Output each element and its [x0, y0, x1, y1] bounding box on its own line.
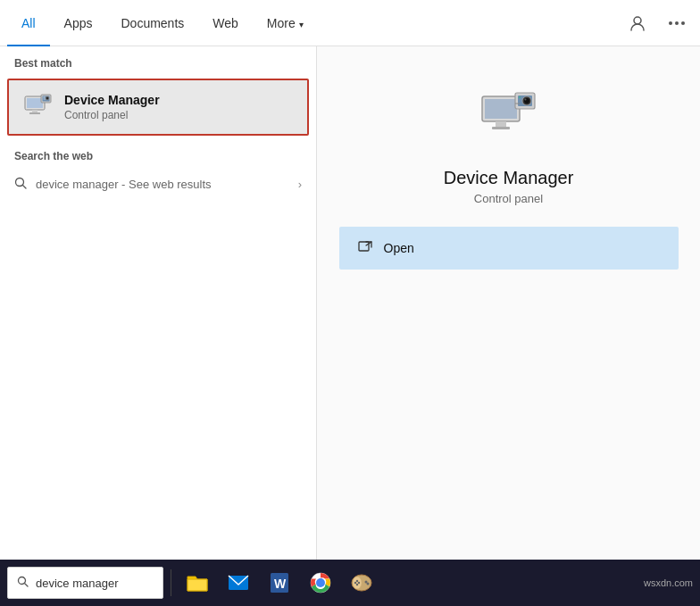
- detail-subtitle: Control panel: [474, 192, 543, 205]
- svg-point-40: [356, 584, 358, 585]
- search-web-label: Search the web: [0, 139, 316, 168]
- search-popup: All Apps Documents Web More: [0, 0, 700, 606]
- chevron-down-icon: [299, 16, 304, 30]
- taskbar-word-icon[interactable]: W: [261, 564, 298, 602]
- svg-line-30: [25, 584, 28, 586]
- svg-point-36: [317, 579, 324, 586]
- best-match-subtitle: Control panel: [64, 109, 160, 121]
- tab-documents[interactable]: Documents: [106, 0, 198, 46]
- taskbar-chrome-icon[interactable]: [302, 564, 339, 602]
- more-options-icon[interactable]: [661, 7, 693, 39]
- open-button[interactable]: Open: [339, 227, 679, 270]
- open-icon: [357, 238, 373, 258]
- left-panel: Best match: [0, 46, 317, 606]
- taskbar-watermark: wsxdn.com: [644, 577, 693, 588]
- taskbar-divider: [171, 569, 171, 596]
- svg-point-13: [46, 97, 48, 99]
- main-area: Best match: [0, 46, 700, 606]
- taskbar-search-icon: [17, 576, 29, 590]
- taskbar-search-text: device manager: [36, 577, 119, 590]
- right-panel: Device Manager Control panel Open: [317, 46, 700, 606]
- svg-rect-7: [29, 112, 40, 114]
- best-match-name: Device Manager: [64, 93, 160, 107]
- watermark-text: wsxdn.com: [644, 577, 693, 588]
- svg-rect-5: [27, 98, 43, 108]
- tabs-bar: All Apps Documents Web More: [0, 0, 700, 46]
- svg-point-44: [367, 583, 370, 585]
- svg-rect-18: [496, 121, 506, 127]
- taskbar-search-bar[interactable]: device manager: [7, 567, 163, 599]
- device-manager-icon: [21, 91, 54, 123]
- web-result-text: device manager - See web results: [36, 178, 289, 191]
- svg-line-15: [23, 186, 27, 189]
- open-label: Open: [384, 241, 414, 255]
- taskbar: device manager W: [0, 560, 700, 606]
- svg-rect-27: [359, 242, 369, 251]
- svg-point-38: [353, 577, 362, 589]
- tab-more[interactable]: More: [253, 0, 318, 46]
- search-web-icon: [14, 177, 27, 192]
- svg-point-29: [19, 577, 26, 585]
- taskbar-folder-icon[interactable]: [179, 564, 216, 602]
- user-icon[interactable]: [621, 7, 654, 39]
- taskbar-game-icon[interactable]: [343, 564, 380, 602]
- svg-rect-17: [485, 99, 517, 119]
- best-match-item[interactable]: Device Manager Control panel: [7, 79, 309, 136]
- tab-apps[interactable]: Apps: [50, 0, 107, 46]
- web-result-item[interactable]: device manager - See web results ›: [0, 168, 316, 201]
- svg-point-2: [675, 21, 679, 25]
- svg-point-41: [354, 582, 356, 584]
- detail-title: Device Manager: [444, 168, 574, 188]
- tab-web[interactable]: Web: [198, 0, 253, 46]
- best-match-text: Device Manager Control panel: [64, 93, 160, 121]
- svg-rect-10: [44, 97, 46, 98]
- svg-point-24: [524, 99, 526, 101]
- svg-text:W: W: [274, 577, 287, 591]
- svg-rect-6: [32, 110, 38, 112]
- svg-point-0: [634, 17, 641, 24]
- taskbar-mail-icon[interactable]: [220, 564, 257, 602]
- svg-point-1: [669, 21, 672, 25]
- svg-point-25: [518, 96, 520, 98]
- detail-device-manager-icon: [473, 82, 545, 154]
- svg-point-42: [358, 582, 360, 584]
- best-match-label: Best match: [0, 46, 316, 75]
- tab-all[interactable]: All: [7, 0, 50, 46]
- svg-point-3: [681, 21, 685, 25]
- svg-rect-19: [492, 127, 510, 129]
- web-result-arrow-icon: ›: [298, 178, 302, 191]
- svg-point-39: [356, 580, 358, 582]
- tabs-right-actions: [621, 7, 693, 39]
